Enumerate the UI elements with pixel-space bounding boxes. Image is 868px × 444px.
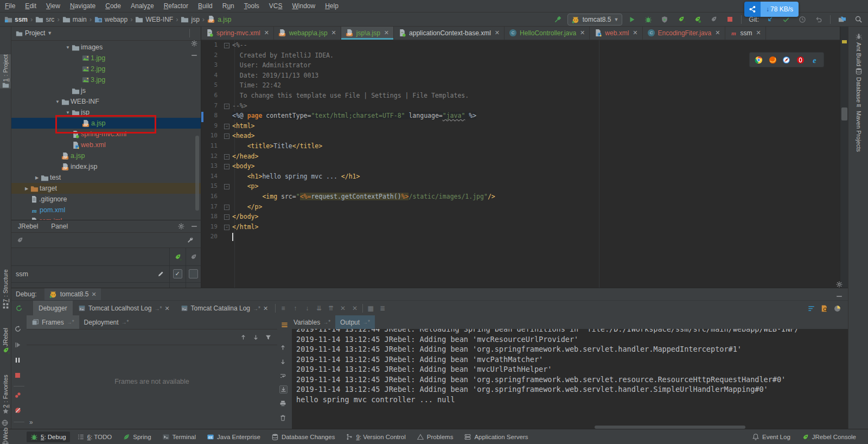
tool-strip-web[interactable]: Web xyxy=(0,428,11,444)
tool-strip-maven-projects[interactable]: mMaven Projects xyxy=(848,101,868,152)
tree-item-images[interactable]: ▼ images xyxy=(11,42,201,53)
fold-marker-icon[interactable]: − xyxy=(224,134,229,139)
close-icon[interactable]: ✕ xyxy=(263,305,268,312)
close-icon[interactable]: ✕ xyxy=(580,29,585,36)
var-menu-icon[interactable] xyxy=(280,321,289,329)
tree-collapsed-arrow[interactable]: ▶ xyxy=(33,175,41,180)
chevron-down-icon[interactable]: ▼ xyxy=(47,30,52,36)
status-event-log[interactable]: Event Log xyxy=(748,432,794,442)
print-console-button[interactable] xyxy=(279,400,286,407)
status-application-servers[interactable]: Application Servers xyxy=(460,432,532,442)
fold-marker-icon[interactable]: − xyxy=(224,124,229,129)
view-breakpoints-button[interactable] xyxy=(14,391,22,399)
menu-code[interactable]: Code xyxy=(100,0,126,12)
breadcrumb-jsp[interactable]: jsp xyxy=(181,15,199,23)
tree-item-1.jpg[interactable]: 1.jpg xyxy=(11,53,201,64)
menu-window[interactable]: Window xyxy=(287,0,320,12)
fold-marker-icon[interactable]: − xyxy=(224,184,229,189)
scroll-to-end-button[interactable] xyxy=(279,385,288,394)
fold-marker-icon[interactable]: − xyxy=(224,104,229,109)
menu-edit[interactable]: Edit xyxy=(20,0,41,12)
run-button[interactable] xyxy=(626,14,639,26)
tool-strip--project[interactable]: 1: Project xyxy=(0,54,11,88)
console-down-button[interactable] xyxy=(279,358,286,365)
close-icon[interactable]: ✕ xyxy=(633,29,637,36)
tree-expanded-arrow[interactable]: ▼ xyxy=(64,110,72,115)
console-menu-icon[interactable]: ≡ xyxy=(277,302,289,314)
frames-tab-deployment[interactable]: Deployment→* xyxy=(79,315,134,329)
rollback-button[interactable] xyxy=(812,14,825,26)
jrebel-debug-button[interactable] xyxy=(691,14,704,26)
fold-marker-icon[interactable]: − xyxy=(224,154,229,160)
tree-item-2.jpg[interactable]: 2.jpg xyxy=(11,64,201,74)
status-problems[interactable]: Problems xyxy=(413,432,457,442)
project-tree-scrollbar[interactable] xyxy=(195,136,199,211)
status-6-todo[interactable]: 6: TODO xyxy=(73,432,116,442)
open-in-ie-button[interactable]: e xyxy=(808,54,821,66)
edit-pencil-button[interactable] xyxy=(154,265,168,282)
web-globe-icon[interactable] xyxy=(1,419,9,427)
breadcrumb-src[interactable]: src xyxy=(35,15,54,23)
close-icon[interactable]: ✕ xyxy=(331,29,336,36)
status-jrebel-console[interactable]: JRJRebel Console xyxy=(797,432,860,443)
close-icon[interactable]: ✕ xyxy=(495,29,500,36)
menu-file[interactable]: File xyxy=(0,0,20,12)
status-java-enterprise[interactable]: EEJava Enterprise xyxy=(203,432,264,442)
jrebel-tab-panel[interactable]: Panel xyxy=(44,220,74,232)
tree-item-web.xml[interactable]: web.xml xyxy=(11,139,201,150)
menu-vcs[interactable]: VCS xyxy=(264,0,288,12)
close-icon[interactable]: ✕ xyxy=(715,29,720,36)
debug-button[interactable] xyxy=(642,14,655,26)
more-tool-windows-button[interactable]: » xyxy=(29,418,33,426)
rocket-gray-icon[interactable] xyxy=(16,236,24,244)
close-icon[interactable]: ✕ xyxy=(264,29,269,36)
gradle-log-button[interactable] xyxy=(831,302,844,314)
pause-button[interactable] xyxy=(14,357,21,364)
breadcrumb-ssm[interactable]: ssm xyxy=(4,15,28,23)
debug-tab-Tomcat-Catalina-Log[interactable]: Tomcat Catalina Log →* ✕ xyxy=(175,301,274,316)
update-application-button[interactable] xyxy=(14,325,22,333)
tree-item-pom.xml[interactable]: m pom.xml xyxy=(11,205,201,215)
run-configuration-select[interactable]: tomcat8.5▼ xyxy=(567,14,623,26)
fold-marker-icon[interactable]: − xyxy=(224,43,229,48)
watch-tab-output[interactable]: Output→* xyxy=(335,315,375,329)
tool-strip-jrebel[interactable]: JRebelJR xyxy=(0,328,11,354)
tree-item-jsp[interactable]: ▼ jsp xyxy=(11,107,201,118)
editor-tab-web.xml[interactable]: web.xml ✕ xyxy=(590,26,642,40)
project-structure-button[interactable] xyxy=(835,14,848,26)
tree-item-js[interactable]: js xyxy=(11,85,201,96)
editor-scrollbar-thumb[interactable] xyxy=(841,107,847,120)
status-5-debug[interactable]: 5: Debug xyxy=(27,432,70,442)
editor-tab-spring-mvc.xml[interactable]: ‹›spring-mvc.xml ✕ xyxy=(201,26,274,40)
tree-item-target[interactable]: ▶ target xyxy=(11,183,201,194)
rerun-server-button[interactable] xyxy=(12,302,25,314)
tree-item-3.jpg[interactable]: 3.jpg xyxy=(11,74,201,85)
editor-tab-EncodingFiter.java[interactable]: CEncodingFiter.java ✕ xyxy=(643,26,725,40)
stop-button[interactable] xyxy=(723,14,736,26)
open-in-firefox-button[interactable] xyxy=(766,54,779,66)
clear-console-button[interactable] xyxy=(279,414,286,421)
tree-expanded-arrow[interactable]: ▼ xyxy=(64,45,72,50)
tree-item-.gitignore[interactable]: .gitignore xyxy=(11,194,201,205)
tool-strip-database[interactable]: Database xyxy=(848,67,868,103)
tree-collapsed-arrow[interactable]: ▶ xyxy=(23,186,30,191)
fold-marker-icon[interactable]: − xyxy=(224,205,229,210)
frames-tab-frames[interactable]: Frames→* xyxy=(27,315,79,329)
tree-item-WEB-INF[interactable]: ▼ WEB-INF xyxy=(11,96,201,107)
editor-tab-jsp-a.jsp[interactable]: JSPjsp\a.jsp ✕ xyxy=(341,26,394,40)
tree-item-test[interactable]: ▶ test xyxy=(11,172,201,183)
stop-debug-button[interactable] xyxy=(14,372,21,379)
analyze-log-button[interactable] xyxy=(818,302,831,314)
menu-build[interactable]: Build xyxy=(193,0,218,12)
filter-frames-button[interactable] xyxy=(265,333,272,341)
layout-grid-icon[interactable]: ▦ xyxy=(365,302,376,314)
build-button[interactable] xyxy=(551,14,564,26)
editor-tab-ssm[interactable]: mssm ✕ xyxy=(725,26,766,40)
jrebel-tab-jrebel[interactable]: JRebel xyxy=(11,220,44,232)
debug-tab-Tomcat-Localhost-Log[interactable]: Tomcat Localhost Log →* ✕ xyxy=(73,301,175,316)
breadcrumb-webapp[interactable]: webapp xyxy=(94,15,127,23)
menu-analyze[interactable]: Analyze xyxy=(126,0,159,12)
watch-tab-variables[interactable]: Variables→* xyxy=(289,315,335,329)
fold-marker-icon[interactable]: − xyxy=(224,225,229,230)
close-icon[interactable]: ✕ xyxy=(756,29,761,36)
